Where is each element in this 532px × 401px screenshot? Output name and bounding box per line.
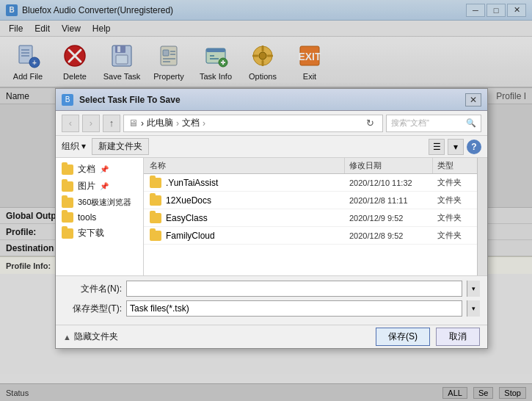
path-bar: 🖥 › 此电脑 › 文档 › ↻ — [123, 115, 383, 132]
pin-icon-documents: 📌 — [100, 165, 109, 173]
folder-icon-pictures — [62, 181, 73, 192]
sidebar-label-tools: tools — [78, 212, 96, 223]
file-date-3: 2020/12/8 9:52 — [345, 228, 433, 243]
cancel-button[interactable]: 取消 — [436, 328, 480, 346]
dialog-title: Select Task File To Save — [79, 95, 181, 105]
file-date-0: 2020/12/10 11:32 — [345, 176, 433, 190]
file-date-1: 2020/12/8 11:11 — [345, 193, 433, 208]
dialog-toolbar2-left: 组织 ▾ 新建文件夹 — [62, 138, 149, 155]
nav-forward-button[interactable]: › — [82, 115, 100, 132]
sidebar-label-pictures: 图片 — [78, 180, 95, 192]
folder-icon-2 — [150, 213, 161, 223]
sidebar-item-pictures[interactable]: 图片 📌 — [56, 178, 143, 195]
file-list-header: 名称 修改日期 类型 — [144, 158, 477, 174]
file-type-1: 文件夹 — [433, 192, 477, 209]
file-row-3[interactable]: FamilyCloud 2020/12/8 9:52 文件夹 — [144, 227, 477, 245]
path-separator-2: › — [203, 118, 205, 129]
organize-button[interactable]: 组织 ▾ — [62, 140, 86, 153]
dialog-bottom: ▲ 隐藏文件夹 保存(S) 取消 — [56, 325, 487, 348]
file-name-0: .YunTaiAssist — [144, 175, 345, 191]
toggle-icon: ▲ — [63, 333, 71, 342]
computer-icon: 🖥 — [128, 118, 138, 129]
file-name-2: EasyClass — [144, 210, 345, 226]
dialog-overlay: B Select Task File To Save ✕ ‹ › ↑ 🖥 › 此… — [0, 0, 532, 401]
file-type-2: 文件夹 — [433, 209, 477, 226]
folder-icon-downloads — [62, 228, 73, 239]
dialog-toolbar2: 组织 ▾ 新建文件夹 ☰ ▾ ? — [56, 136, 487, 158]
file-type-3: 文件夹 — [433, 227, 477, 244]
sidebar-item-downloads[interactable]: 安下载 — [56, 225, 143, 242]
filetype-dropdown[interactable]: ▾ — [467, 300, 480, 317]
view-button[interactable]: ☰ — [429, 139, 445, 155]
nav-back-button[interactable]: ‹ — [62, 115, 79, 132]
pin-icon-pictures: 📌 — [100, 182, 109, 190]
scrollbar[interactable] — [477, 158, 487, 275]
file-row-0[interactable]: .YunTaiAssist 2020/12/10 11:32 文件夹 — [144, 174, 477, 192]
filename-input[interactable] — [126, 281, 462, 297]
file-name-1: 12XueDocs — [144, 192, 345, 209]
nav-up-button[interactable]: ↑ — [103, 115, 120, 132]
path-this-computer: 此电脑 — [147, 117, 173, 129]
sidebar-item-browser[interactable]: 360极速浏览器 — [56, 195, 143, 210]
hide-folder-toggle[interactable]: ▲ 隐藏文件夹 — [63, 330, 118, 343]
sidebar-label-documents: 文档 — [78, 163, 95, 176]
path-documents: 文档 — [182, 117, 200, 129]
file-type-0: 文件夹 — [433, 174, 477, 191]
search-placeholder: 搜索"文档" — [391, 118, 429, 129]
sidebar-label-browser: 360极速浏览器 — [78, 197, 131, 208]
folder-icon-0 — [150, 178, 161, 188]
dialog-nav: ‹ › ↑ 🖥 › 此电脑 › 文档 › ↻ 搜索"文档" 🔍 — [56, 111, 487, 136]
col-header-name: 名称 — [144, 158, 345, 173]
dialog-sidebar: 文档 📌 图片 📌 360极速浏览器 tools — [56, 158, 144, 275]
folder-icon-1 — [150, 195, 161, 206]
search-icon: 🔍 — [466, 118, 476, 128]
col-header-type: 类型 — [433, 158, 477, 173]
filetype-row: 保存类型(T): Task files(*.tsk) ▾ — [63, 300, 480, 317]
refresh-button[interactable]: ↻ — [362, 115, 378, 131]
new-folder-button[interactable]: 新建文件夹 — [92, 138, 149, 155]
dialog-toolbar2-right: ☰ ▾ ? — [429, 139, 481, 155]
file-row-2[interactable]: EasyClass 2020/12/9 9:52 文件夹 — [144, 209, 477, 227]
sidebar-item-tools[interactable]: tools — [56, 210, 143, 225]
help-button[interactable]: ? — [467, 140, 481, 154]
dialog-app-icon: B — [62, 94, 73, 106]
filename-dropdown[interactable]: ▾ — [467, 281, 480, 297]
dialog-form: 文件名(N): ▾ 保存类型(T): Task files(*.tsk) ▾ — [56, 275, 487, 325]
sidebar-item-documents[interactable]: 文档 📌 — [56, 161, 143, 178]
path-separator-1: › — [176, 118, 179, 129]
folder-icon-documents — [62, 165, 73, 175]
filetype-select[interactable]: Task files(*.tsk) — [126, 300, 462, 317]
sidebar-label-downloads: 安下载 — [78, 227, 104, 239]
dialog-content: 文档 📌 图片 📌 360极速浏览器 tools — [56, 158, 487, 275]
dialog-action-buttons: 保存(S) 取消 — [376, 328, 480, 346]
folder-icon-3 — [150, 231, 161, 241]
search-bar[interactable]: 搜索"文档" 🔍 — [386, 115, 481, 132]
dialog-title-bar: B Select Task File To Save ✕ — [56, 89, 487, 111]
file-name-3: FamilyCloud — [144, 228, 345, 244]
folder-icon-tools — [62, 212, 73, 223]
filename-row: 文件名(N): ▾ — [63, 281, 480, 297]
save-button[interactable]: 保存(S) — [376, 328, 430, 346]
file-list-pane: 名称 修改日期 类型 .YunTaiAssist 2020/12/10 11:3… — [144, 158, 477, 275]
file-dialog: B Select Task File To Save ✕ ‹ › ↑ 🖥 › 此… — [55, 88, 488, 349]
file-row-1[interactable]: 12XueDocs 2020/12/8 11:11 文件夹 — [144, 192, 477, 209]
dialog-title-left: B Select Task File To Save — [62, 94, 181, 106]
col-header-date: 修改日期 — [345, 158, 433, 173]
filetype-value: Task files(*.tsk) — [130, 303, 189, 314]
view-button-2[interactable]: ▾ — [448, 139, 464, 155]
dialog-close-button[interactable]: ✕ — [465, 93, 481, 106]
file-date-2: 2020/12/9 9:52 — [345, 211, 433, 225]
filename-label: 文件名(N): — [63, 283, 122, 295]
hide-folder-label: 隐藏文件夹 — [74, 330, 118, 343]
path-computer: › — [141, 118, 144, 129]
filetype-label: 保存类型(T): — [63, 303, 122, 315]
folder-icon-browser — [62, 198, 73, 208]
